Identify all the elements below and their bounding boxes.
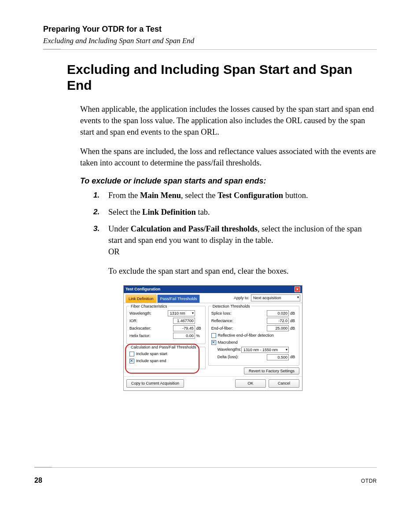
splice-loss-label: Splice loss: — [211, 311, 267, 316]
tab-row: Link Definition Pass/Fail Thresholds App… — [124, 293, 302, 304]
step-number: 1. — [93, 190, 99, 201]
delta-loss-label: Delta (loss): — [217, 354, 267, 360]
include-span-end-checkbox[interactable] — [129, 359, 134, 363]
ok-button[interactable]: OK — [235, 379, 266, 388]
footer-rule — [34, 467, 377, 475]
step-number: 2. — [93, 207, 99, 217]
wavelengths-label: Wavelengths: — [217, 347, 241, 352]
page-footer: 28 OTDR — [34, 467, 377, 484]
ior-label: IOR: — [129, 318, 173, 324]
apply-to-label: Apply to: — [234, 295, 249, 301]
group-title: Fiber Characteristics — [129, 304, 169, 309]
header-rule — [43, 49, 377, 51]
backscatter-label: Backscatter: — [129, 326, 173, 331]
macrobend-checkbox[interactable] — [211, 340, 216, 345]
step-3: 3. Under Calculation and Pass/Fail thres… — [93, 224, 377, 391]
left-column: Fiber Characteristics Wavelength: 1310 n… — [126, 306, 206, 374]
include-span-end-label: Include span end — [136, 358, 166, 364]
group-title: Detection Thresholds — [211, 304, 251, 309]
tab-link-definition[interactable]: Link Definition — [125, 294, 157, 303]
page-content: Excluding and Including Span Start and S… — [67, 62, 377, 396]
group-title: Calculation and Pass/Fail Thresholds — [129, 345, 197, 350]
right-column: Detection Thresholds Splice loss: 0.020d… — [208, 306, 299, 374]
dialog-title-text: Test Configuration — [125, 286, 160, 292]
close-icon[interactable]: × — [295, 286, 300, 292]
dialog-body: Fiber Characteristics Wavelength: 1310 n… — [124, 303, 302, 376]
backscatter-input[interactable]: -79.45 — [173, 325, 195, 331]
procedure-steps: 1. From the Main Menu, select the Test C… — [93, 190, 377, 390]
step-number: 3. — [93, 224, 99, 234]
step-1: 1. From the Main Menu, select the Test C… — [93, 190, 377, 202]
step-or: OR — [108, 246, 377, 258]
chapter-title: Preparing Your OTDR for a Test — [43, 25, 377, 34]
paragraph: When applicable, the application include… — [80, 104, 377, 138]
wavelength-select[interactable]: 1310 nm — [168, 310, 195, 316]
apply-to-select[interactable]: Next acquisition — [251, 294, 300, 302]
delta-loss-input[interactable]: 0.500 — [267, 354, 289, 360]
detection-thresholds-group: Detection Thresholds Splice loss: 0.020d… — [208, 306, 299, 365]
macrobend-label: Macrobend — [218, 340, 238, 345]
body-text-block: When applicable, the application include… — [80, 104, 377, 391]
ior-input[interactable]: 1.467700 — [173, 318, 195, 324]
end-of-fiber-input[interactable]: 25.000 — [267, 325, 289, 331]
reflective-eof-checkbox[interactable] — [211, 333, 216, 338]
step-alt: To exclude the span start and span end, … — [108, 266, 377, 277]
include-span-start-label: Include span start — [136, 351, 167, 357]
helix-input[interactable]: 0.00 — [173, 333, 195, 339]
page-number: 28 — [34, 477, 42, 484]
end-of-fiber-label: End-of-fiber: — [211, 326, 267, 331]
tab-pass-fail-thresholds[interactable]: Pass/Fail Thresholds — [157, 294, 200, 303]
revert-button[interactable]: Revert to Factory Settings — [244, 367, 299, 374]
cancel-button[interactable]: Cancel — [269, 379, 299, 388]
wavelengths-select[interactable]: 1310 nm - 1550 nm — [241, 347, 289, 353]
splice-loss-input[interactable]: 0.020 — [267, 310, 289, 316]
copy-to-current-acquisition-button[interactable]: Copy to Current Acquisition — [126, 379, 184, 388]
reflectance-label: Reflectance: — [211, 318, 267, 324]
test-configuration-dialog: Test Configuration × Link Definition Pas… — [123, 285, 302, 391]
doc-label: OTDR — [361, 478, 377, 484]
section-title: Excluding and Including Span Start and S… — [43, 37, 377, 45]
procedure-heading: To exclude or include span starts and sp… — [80, 176, 377, 186]
paragraph: When the spans are included, the loss an… — [80, 146, 377, 169]
apply-to-row: Apply to: Next acquisition — [234, 294, 300, 303]
reflectance-input[interactable]: -72.0 — [267, 318, 289, 324]
step-2: 2. Select the Link Definition tab. — [93, 207, 377, 218]
include-span-start-checkbox[interactable] — [129, 352, 134, 356]
reflective-eof-label: Reflective end-of-fiber detection — [218, 333, 274, 338]
dialog-titlebar: Test Configuration × — [124, 286, 302, 293]
fiber-characteristics-group: Fiber Characteristics Wavelength: 1310 n… — [126, 306, 206, 344]
helix-label: Helix factor: — [129, 333, 173, 339]
wavelength-label: Wavelength: — [129, 311, 168, 316]
calculation-group: Calculation and Pass/Fail Thresholds Inc… — [126, 347, 206, 369]
page-title: Excluding and Including Span Start and S… — [67, 62, 377, 93]
page-header: Preparing Your OTDR for a Test Excluding… — [43, 25, 377, 51]
dialog-footer: Copy to Current Acquisition OK Cancel — [124, 376, 302, 390]
